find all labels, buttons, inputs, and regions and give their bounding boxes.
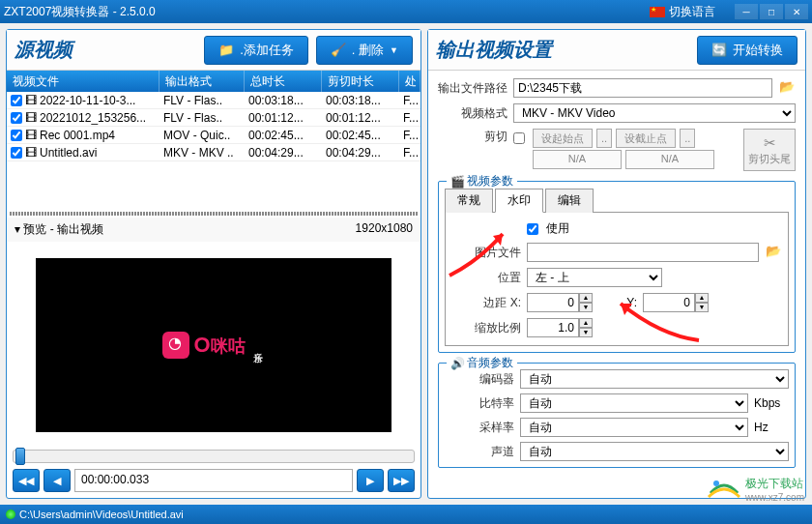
row-proc: F...	[399, 109, 420, 126]
cut-checkbox[interactable]	[513, 132, 525, 144]
col-total[interactable]: 总时长	[245, 71, 322, 92]
folder-icon: 📁	[218, 43, 234, 58]
video-icon: 🎬	[450, 175, 465, 189]
file-name: Untitled.avi	[40, 146, 97, 160]
preview-resolution: 1920x1080	[356, 221, 413, 238]
channel-label: 声道	[445, 444, 514, 460]
seek-slider[interactable]	[13, 450, 415, 463]
table-row[interactable]: 🎞2022-10-11-10-3...FLV - Flas..00:03:18.…	[7, 92, 420, 109]
row-checkbox[interactable]	[11, 95, 22, 106]
site-watermark: 极光下载站www.xz7.com	[707, 474, 804, 503]
table-row[interactable]: 🎞Rec 0001.mp4MOV - Quic..00:02:45...00:0…	[7, 127, 420, 144]
set-end-button[interactable]: 设截止点	[616, 129, 676, 148]
table-row[interactable]: 🎞Untitled.aviMKV - MKV ..00:04:29...00:0…	[7, 144, 420, 161]
file-name: 2022-10-11-10-3...	[40, 94, 135, 107]
browse-pic-icon[interactable]: 📂	[765, 244, 782, 261]
set-start-button[interactable]: 设起始点	[533, 129, 593, 148]
add-task-button[interactable]: 📁 .添加任务	[204, 36, 308, 65]
play-button[interactable]: ▶	[357, 469, 384, 492]
watermark-name: 极光下载站	[745, 477, 803, 490]
video-file-icon: 🎞	[24, 94, 38, 107]
svg-point-2	[713, 480, 719, 486]
dots-2[interactable]: ..	[680, 129, 695, 148]
browse-path-icon[interactable]: 📂	[778, 79, 796, 97]
trim-button[interactable]: ✂ 剪切头尾	[743, 129, 796, 171]
margin-label: 边距 X:	[451, 295, 521, 311]
window-title: ZXT2007视频转换器 - 2.5.0.0	[4, 4, 650, 20]
col-proc[interactable]: 处	[399, 71, 420, 92]
seek-thumb[interactable]	[15, 448, 25, 465]
scissors-icon: ✂	[764, 134, 776, 152]
maximize-button[interactable]: □	[760, 4, 783, 19]
margin-y-spinner[interactable]: ▲▼	[643, 293, 709, 312]
output-path-label: 输出文件路径	[438, 80, 508, 97]
trim-label: 剪切头尾	[748, 152, 791, 166]
tab-watermark[interactable]: 水印	[495, 189, 543, 213]
delete-label: . 删除	[352, 42, 384, 59]
row-format: FLV - Flas..	[160, 92, 245, 108]
row-proc: F...	[399, 92, 420, 108]
next-button[interactable]: ▶▶	[388, 469, 415, 492]
row-total: 00:01:12...	[245, 109, 322, 126]
flag-icon	[650, 7, 665, 17]
add-task-label: .添加任务	[240, 42, 294, 59]
scale-spinner[interactable]: ▲▼	[527, 318, 593, 337]
file-name: 20221012_153256...	[40, 111, 146, 125]
hz-unit: Hz	[754, 421, 789, 434]
row-checkbox[interactable]	[11, 147, 22, 159]
switch-language[interactable]: 切换语言	[650, 4, 715, 20]
migu-logo-icon	[162, 332, 189, 359]
cut-label: 剪切	[438, 129, 508, 145]
row-total: 00:02:45...	[245, 127, 322, 143]
video-file-icon: 🎞	[24, 146, 38, 160]
video-file-icon: 🎞	[24, 129, 38, 142]
use-watermark-checkbox[interactable]	[527, 223, 538, 235]
split-handle[interactable]	[10, 212, 418, 216]
table-row[interactable]: 🎞20221012_153256...FLV - Flas..00:01:12.…	[7, 109, 420, 127]
start-convert-button[interactable]: 🔄 开始转换	[697, 36, 798, 65]
position-select[interactable]: 左 - 上	[527, 268, 662, 287]
encoder-select[interactable]: 自动	[520, 369, 789, 389]
video-format-select[interactable]: MKV - MKV Video	[513, 103, 796, 123]
status-path: C:\Users\admin\Videos\Untitled.avi	[19, 509, 184, 520]
bitrate-select[interactable]: 自动	[520, 393, 748, 413]
margin-y-label: Y:	[598, 296, 637, 309]
position-label: 位置	[451, 270, 521, 286]
close-button[interactable]: ✕	[785, 4, 808, 19]
row-proc: F...	[399, 127, 420, 143]
col-cut[interactable]: 剪切时长	[322, 71, 399, 92]
row-checkbox[interactable]	[11, 112, 22, 124]
row-proc: F...	[399, 144, 420, 160]
row-total: 00:04:29...	[245, 144, 322, 160]
dots-1[interactable]: ..	[596, 129, 612, 148]
minimize-button[interactable]: ─	[735, 4, 758, 19]
row-cut: 00:02:45...	[322, 127, 399, 143]
pic-file-input[interactable]	[527, 243, 759, 262]
channel-select[interactable]: 自动	[520, 442, 789, 461]
samplerate-select[interactable]: 自动	[520, 418, 748, 437]
video-format-label: 视频格式	[438, 105, 508, 122]
row-format: FLV - Flas..	[160, 109, 245, 126]
watermark-logo-icon	[707, 474, 741, 503]
source-title: 源视频	[14, 37, 72, 63]
video-params-label: 视频参数	[467, 173, 513, 189]
delete-button[interactable]: 🧹 . 删除 ▼	[316, 36, 413, 65]
step-back-button[interactable]: ◀	[44, 469, 71, 492]
tab-general[interactable]: 常规	[445, 189, 493, 213]
audio-icon: 🔊	[450, 357, 465, 370]
col-file[interactable]: 视频文件	[7, 71, 160, 92]
encoder-label: 编码器	[445, 371, 514, 388]
samplerate-label: 采样率	[445, 420, 514, 436]
tab-edit[interactable]: 编辑	[545, 189, 594, 213]
output-path-input[interactable]	[513, 78, 772, 98]
use-label: 使用	[546, 220, 569, 237]
row-cut: 00:01:12...	[322, 109, 399, 126]
video-preview[interactable]: O咪咕 音乐	[36, 258, 392, 432]
row-cut: 00:04:29...	[322, 144, 399, 160]
margin-x-spinner[interactable]: ▲▼	[527, 293, 593, 312]
prev-button[interactable]: ◀◀	[13, 469, 40, 492]
row-checkbox[interactable]	[11, 130, 22, 141]
preview-label: ▾ 预览 - 输出视频	[14, 221, 103, 238]
col-format[interactable]: 输出格式	[160, 71, 245, 92]
row-total: 00:03:18...	[245, 92, 322, 108]
